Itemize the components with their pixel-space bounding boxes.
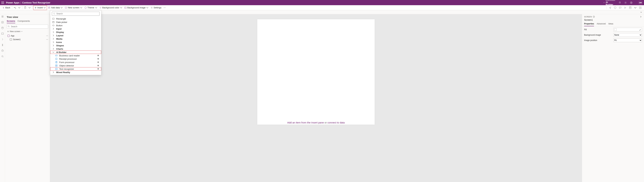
prop-fill-picker[interactable]	[614, 28, 642, 31]
insert-cat-layout[interactable]: Layout	[50, 34, 101, 37]
insert-cat-display[interactable]: Display	[50, 30, 101, 34]
premium-diamond-icon	[97, 65, 99, 67]
advanced-tools-icon[interactable]	[1, 49, 4, 52]
insert-cat-mixed-reality[interactable]: Mixed Reality	[50, 71, 101, 74]
svg-point-19	[125, 7, 125, 8]
new-screen-button[interactable]: New screen	[64, 5, 84, 10]
user-avatar[interactable]: DB	[638, 0, 643, 5]
media-rail-icon[interactable]	[1, 32, 4, 35]
undo-split[interactable]	[17, 5, 22, 10]
canvas-hint-link[interactable]: connect to data	[328, 121, 345, 124]
bg-image-label: Background image	[127, 6, 146, 9]
environment-label: Environment	[606, 0, 615, 1]
insert-item-label: Media	[56, 38, 62, 40]
premium-diamond-icon	[97, 55, 99, 57]
app-header: Power Apps | Contoso Text Recognizer Env…	[0, 0, 644, 5]
insert-cat-charts[interactable]: Charts	[50, 47, 101, 51]
tree-new-screen-label: New screen	[10, 30, 20, 33]
theme-button[interactable]: Theme	[84, 5, 98, 10]
insert-rail-icon[interactable]	[1, 21, 4, 24]
canvas[interactable]: Add an item from the Insert pane or conn…	[50, 14, 582, 182]
paste-button[interactable]	[23, 5, 27, 10]
environment-icon	[604, 2, 604, 3]
bg-image-button[interactable]: Background image	[123, 5, 150, 10]
tab-components[interactable]: Components	[18, 20, 30, 23]
paste-split[interactable]	[27, 5, 32, 10]
insert-cat-input[interactable]: Input	[50, 27, 101, 30]
tree-new-screen[interactable]: New screen	[7, 30, 48, 33]
prop-bg-image-select[interactable]: None	[614, 33, 642, 37]
detect-icon	[55, 65, 58, 67]
chevron-right-icon	[52, 34, 54, 36]
insert-cat-ai-builder[interactable]: AI Builder	[50, 51, 101, 54]
info-icon[interactable]: ?	[593, 16, 595, 18]
waffle-icon[interactable]	[1, 1, 4, 4]
insert-cat-icons[interactable]: Icons	[50, 40, 101, 44]
chevron-down-icon	[80, 6, 82, 9]
insert-button[interactable]: Insert	[33, 5, 47, 10]
settings-label: Settings	[154, 6, 162, 9]
screen-icon	[10, 38, 12, 41]
add-data-button[interactable]: Add data	[47, 5, 64, 10]
tab-properties[interactable]: Properties	[584, 23, 594, 26]
tree-node-screen1[interactable]: Screen1 ⋯	[7, 38, 48, 41]
more-icon[interactable]: ⋯	[46, 38, 48, 41]
insert-cat-media[interactable]: Media	[50, 37, 101, 40]
insert-item-text-recognizer[interactable]: Text recognizer	[50, 67, 101, 71]
insert-item-label: Charts	[56, 48, 63, 50]
svg-rect-29	[2, 33, 3, 34]
variables-icon[interactable]	[1, 44, 4, 46]
more-icon[interactable]: ⋯	[46, 35, 48, 37]
prop-img-pos-select[interactable]: Fit	[614, 38, 642, 42]
back-arrow-icon	[2, 6, 5, 9]
tree-search-input[interactable]	[7, 25, 48, 29]
calendar-icon	[52, 21, 54, 23]
bg-color-button[interactable]: Background color	[98, 5, 123, 10]
svg-rect-3	[2, 2, 2, 3]
formula-expand[interactable]	[640, 11, 642, 13]
back-button[interactable]: Back	[1, 5, 11, 10]
insert-item-object-detector[interactable]: Object detector	[50, 64, 101, 67]
insert-item-form-processor[interactable]: Form processor	[50, 61, 101, 64]
insert-item-rectangle[interactable]: Rectangle	[50, 17, 101, 20]
publish-button[interactable]	[638, 5, 643, 10]
insert-item-business-card[interactable]: Business card reader	[50, 54, 101, 57]
settings-gear-icon[interactable]	[624, 1, 627, 4]
insert-search-input[interactable]	[52, 12, 100, 16]
overflow-button[interactable]	[162, 5, 167, 10]
artboard-screen1[interactable]: Add an item from the Insert pane or conn…	[257, 19, 375, 125]
prop-section-label: SCREEN	[584, 16, 592, 18]
tab-advanced[interactable]: Advanced	[597, 23, 606, 26]
tree-search[interactable]	[7, 25, 48, 29]
help-icon[interactable]: ?	[630, 1, 632, 4]
expand-icon[interactable]	[640, 15, 642, 18]
comments-button[interactable]	[618, 5, 622, 10]
svg-rect-41	[56, 55, 57, 56]
search-rail-icon[interactable]	[1, 55, 4, 58]
insert-item-date-picker[interactable]: Date picker	[50, 20, 101, 24]
save-button[interactable]	[628, 5, 632, 10]
chevron-down-icon	[634, 6, 636, 9]
undo-button[interactable]	[13, 5, 17, 10]
tree-view-icon[interactable]	[1, 15, 4, 18]
insert-item-button[interactable]: Button	[50, 24, 101, 27]
notifications-icon[interactable]	[618, 1, 621, 4]
svg-point-22	[164, 7, 165, 8]
checker-button[interactable]	[613, 5, 618, 10]
tab-screens[interactable]: Screens	[7, 20, 15, 23]
color-edit-icon	[639, 29, 641, 31]
svg-rect-34	[10, 39, 12, 40]
insert-cat-shapes[interactable]: Shapes	[50, 44, 101, 47]
share-button[interactable]	[608, 5, 612, 10]
insert-item-receipt[interactable]: Receipt processor	[50, 57, 101, 61]
settings-button[interactable]: Settings	[150, 5, 162, 10]
svg-rect-0	[2, 1, 2, 2]
tree-node-app[interactable]: App ⋯	[7, 34, 48, 38]
environment-picker[interactable]: Environment AI Builder	[604, 0, 615, 6]
data-rail-icon[interactable]	[1, 27, 4, 29]
tab-ideas[interactable]: Ideas	[608, 23, 613, 26]
save-split[interactable]	[633, 5, 638, 10]
power-automate-icon[interactable]	[1, 38, 4, 41]
preview-button[interactable]	[623, 5, 628, 10]
insert-item-label: Form processor	[59, 61, 74, 64]
